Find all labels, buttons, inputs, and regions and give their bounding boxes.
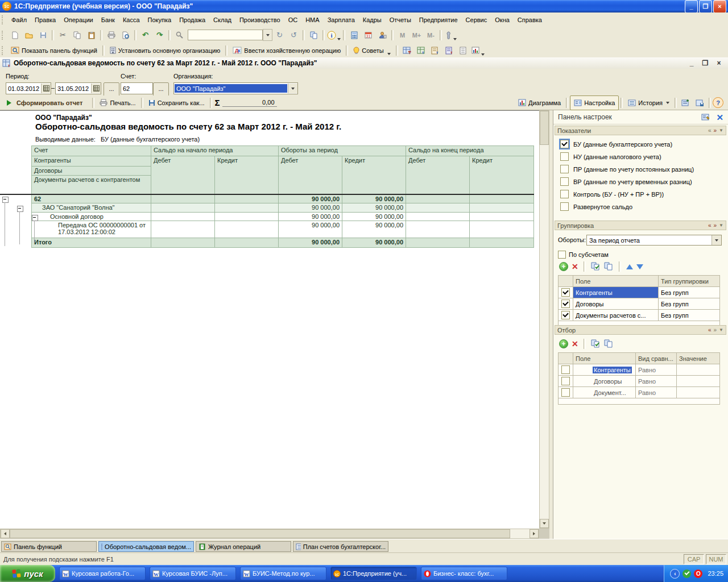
new-report-variant-button[interactable] xyxy=(679,96,693,110)
col-header-credit[interactable]: Кредит xyxy=(342,156,406,194)
report-tool-5-button[interactable] xyxy=(457,44,471,57)
paste-button[interactable] xyxy=(84,28,98,42)
minimize-button[interactable]: _ xyxy=(685,0,698,13)
grouping-row-counterparties[interactable]: Контрагенты Без групп xyxy=(559,287,720,298)
delete-icon[interactable]: ✕ xyxy=(572,340,578,348)
tree-collapse-icon[interactable] xyxy=(17,206,23,212)
checkbox-icon[interactable] xyxy=(560,165,569,173)
search-input[interactable] xyxy=(188,30,263,40)
user-button[interactable] xyxy=(375,28,390,42)
task-1c-enterprise[interactable]: 1С 1С:Предприятие (уч... xyxy=(330,567,417,580)
save-button[interactable] xyxy=(36,28,50,42)
grouping-row-contracts[interactable]: Договоры Без групп xyxy=(559,298,720,310)
menu-cash[interactable]: Касса xyxy=(119,15,144,25)
menu-nma[interactable]: НМА xyxy=(301,15,323,25)
chevron-down-icon[interactable]: ▼ xyxy=(719,327,723,332)
menu-production[interactable]: Производство xyxy=(235,15,284,25)
search-dropdown-button[interactable] xyxy=(263,29,272,41)
set-main-organization-button[interactable]: Установить основную организацию xyxy=(106,43,224,58)
section-header-grouping[interactable]: Группировка «»▼ xyxy=(555,221,726,230)
report-tool-4-button[interactable]: т xyxy=(442,44,457,57)
redo-button[interactable]: ↷ xyxy=(152,28,167,42)
by-subaccounts-checkbox[interactable]: По субсчетам xyxy=(558,251,609,259)
report-tool-1-button[interactable]: ₸ xyxy=(400,44,414,57)
child-restore-button[interactable]: ❐ xyxy=(701,59,710,67)
uncheck-all-icon[interactable] xyxy=(604,339,614,348)
menu-warehouse[interactable]: Склад xyxy=(209,15,235,25)
new-document-button[interactable] xyxy=(7,28,22,42)
organization-dropdown-button[interactable] xyxy=(288,84,297,93)
table-row-contract[interactable]: Основной договор 90 000,00 90 000,00 xyxy=(32,213,534,221)
tray-collapse-icon[interactable]: ‹ xyxy=(670,569,680,579)
checkbox-icon[interactable] xyxy=(560,152,569,161)
col-header-credit[interactable]: Кредит xyxy=(215,156,279,194)
col-header-account[interactable]: Счет xyxy=(32,146,151,156)
panel-config-icon[interactable] xyxy=(701,114,710,121)
task-word-doc-3[interactable]: W БУИС-Метод.по кур... xyxy=(240,567,326,580)
tree-collapse-icon[interactable] xyxy=(2,197,9,203)
col-header-debit[interactable]: Дебет xyxy=(279,156,342,194)
print-preview-button[interactable] xyxy=(118,28,133,42)
start-button[interactable]: пуск xyxy=(0,565,55,582)
collapse-left-icon[interactable]: « xyxy=(708,327,712,333)
menu-file[interactable]: Файл xyxy=(7,15,31,25)
collapse-left-icon[interactable]: « xyxy=(708,127,712,134)
col-header-debit[interactable]: Дебет xyxy=(151,156,215,194)
checkbox-checked-icon[interactable] xyxy=(561,300,570,308)
date-picker-button[interactable] xyxy=(41,84,51,93)
tab-chart-of-accounts[interactable]: План счетов бухгалтерског... xyxy=(293,541,388,552)
menu-os[interactable]: ОС xyxy=(284,15,302,25)
expand-right-icon[interactable]: » xyxy=(714,327,717,333)
checkbox-checked-icon[interactable] xyxy=(561,288,570,297)
tray-antivirus-icon[interactable] xyxy=(682,569,691,578)
calendar-button[interactable]: 31 xyxy=(361,28,375,42)
col-header-contracts[interactable]: Договоры xyxy=(32,167,151,176)
filter-row-counterparties[interactable]: Контрагенты Равно xyxy=(559,364,720,376)
filter-row-documents[interactable]: Документ... Равно xyxy=(559,387,720,398)
diagram-button[interactable]: Диаграмма xyxy=(515,96,564,110)
tray-opera-icon[interactable]: O xyxy=(694,569,702,578)
refresh-all-button[interactable]: ↺ xyxy=(287,28,301,42)
col-group-turnover[interactable]: Обороты за период xyxy=(279,146,406,156)
memory-minus-button[interactable]: M- xyxy=(424,28,438,42)
history-button[interactable]: История xyxy=(624,96,673,110)
checkbox-icon[interactable] xyxy=(561,388,570,397)
checkbox-icon[interactable] xyxy=(560,190,569,198)
filter-row-contracts[interactable]: Договоры Равно xyxy=(559,376,720,387)
table-row-account-62[interactable]: 62 90 000,00 90 000,00 xyxy=(32,194,534,203)
indicator-pr[interactable]: ПР (данные по учету постоянных разниц) xyxy=(560,165,694,173)
child-close-button[interactable]: × xyxy=(714,59,723,67)
open-document-button[interactable] xyxy=(22,28,36,42)
task-word-doc-1[interactable]: W Курсовая работа-Го... xyxy=(59,567,146,580)
table-row-counterparty[interactable]: ЗАО "Санаторий "Волна" 90 000,00 90 000,… xyxy=(32,203,534,213)
col-header-counterparties[interactable]: Контрагенты xyxy=(32,156,151,167)
menu-service[interactable]: Сервис xyxy=(462,15,491,25)
chevron-down-icon[interactable]: ▼ xyxy=(719,223,723,228)
calculator-button[interactable] xyxy=(347,28,361,42)
col-header-debit[interactable]: Дебет xyxy=(406,156,470,194)
collapse-left-icon[interactable]: « xyxy=(708,222,712,228)
uncheck-all-icon[interactable] xyxy=(604,262,614,271)
scroll-right-button[interactable] xyxy=(530,529,539,538)
checkbox-icon[interactable] xyxy=(558,251,566,259)
indicator-bu[interactable]: БУ (данные бухгалтерского учета) xyxy=(560,140,672,148)
delete-icon[interactable]: ✕ xyxy=(572,263,578,271)
scrollbar-thumb[interactable] xyxy=(540,111,549,145)
menu-enterprise[interactable]: Предприятие xyxy=(415,15,462,25)
tips-button[interactable]: Советы xyxy=(350,43,394,58)
horizontal-scrollbar[interactable] xyxy=(0,529,539,539)
help-button[interactable]: ? xyxy=(713,97,723,108)
checkbox-icon[interactable] xyxy=(561,365,570,374)
combo-dropdown-button[interactable] xyxy=(712,235,721,245)
menu-purchase[interactable]: Покупка xyxy=(144,15,176,25)
scroll-left-button[interactable] xyxy=(1,529,10,538)
move-up-icon[interactable] xyxy=(626,264,633,269)
account-select-button[interactable]: ... xyxy=(153,82,169,97)
report-tool-6-button[interactable] xyxy=(471,44,485,57)
cut-button[interactable]: ✂ xyxy=(56,28,70,42)
add-icon[interactable]: + xyxy=(559,262,568,271)
menu-hr[interactable]: Кадры xyxy=(359,15,386,25)
section-header-indicators[interactable]: Показатели «»▼ xyxy=(555,126,726,135)
child-minimize-button[interactable]: _ xyxy=(687,59,696,67)
chevron-down-icon[interactable]: ▼ xyxy=(719,128,723,133)
